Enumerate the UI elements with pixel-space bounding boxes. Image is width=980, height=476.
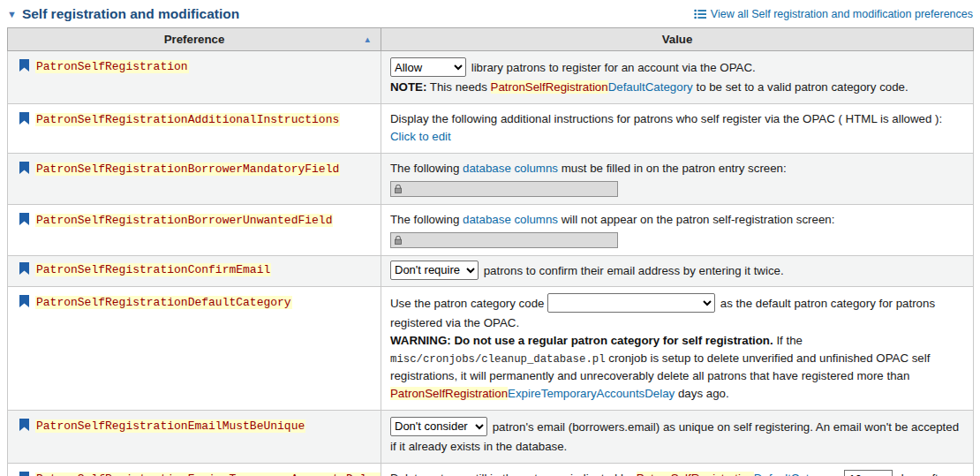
database-columns-link[interactable]: database columns bbox=[463, 213, 558, 226]
lock-icon bbox=[395, 185, 402, 193]
database-columns-link[interactable]: database columns bbox=[463, 162, 558, 175]
email-unique-select[interactable]: Don't consider bbox=[390, 417, 487, 436]
warning-label: WARNING: Do not use a regular patron cat… bbox=[390, 334, 773, 347]
expire-delay-pref-link[interactable]: PatronSelfRegistrationExpireTemporaryAcc… bbox=[390, 387, 675, 400]
row-additional-instructions: PatronSelfRegistrationAdditionalInstruct… bbox=[8, 103, 974, 153]
value-text: Delete patrons still in the category ind… bbox=[390, 472, 633, 476]
expire-delay-input[interactable] bbox=[844, 470, 893, 476]
row-expire-temporary-accounts-delay: PatronSelfRegistrationExpireTemporaryAcc… bbox=[8, 463, 974, 476]
preference-name: PatronSelfRegistrationAdditionalInstruct… bbox=[35, 113, 340, 126]
section-header: ▼ Self registration and modification Vie… bbox=[0, 0, 980, 27]
bookmark-icon[interactable] bbox=[19, 295, 29, 310]
preference-name: PatronSelfRegistrationBorrowerUnwantedFi… bbox=[35, 214, 333, 227]
confirm-email-select[interactable]: Don't require bbox=[390, 261, 479, 280]
bookmark-icon[interactable] bbox=[19, 419, 29, 434]
default-category-select[interactable] bbox=[547, 293, 715, 313]
bookmark-icon[interactable] bbox=[19, 472, 29, 476]
click-to-edit-link[interactable]: Click to edit bbox=[390, 130, 451, 143]
lock-icon bbox=[395, 236, 402, 245]
list-icon bbox=[694, 9, 706, 19]
preference-name: PatronSelfRegistrationBorrowerMandatoryF… bbox=[35, 162, 340, 176]
preference-name: PatronSelfRegistrationExpireTemporaryAcc… bbox=[35, 472, 381, 476]
bookmark-icon[interactable] bbox=[19, 162, 29, 177]
preference-column-header[interactable]: Preference ▲ bbox=[8, 28, 381, 51]
view-all-label: View all Self registration and modificat… bbox=[711, 8, 973, 20]
note-label: NOTE: bbox=[390, 80, 426, 94]
preference-header-label: Preference bbox=[164, 33, 225, 46]
value-text: Use the patron category code bbox=[390, 296, 544, 309]
value-text-tail: will not appear on the patron self-regis… bbox=[562, 213, 835, 226]
default-category-pref-link[interactable]: PatronSelfRegistrationDefaultCategory bbox=[491, 80, 693, 94]
bookmark-icon[interactable] bbox=[19, 59, 29, 74]
value-text-tail: must be filled in on the patron entry sc… bbox=[562, 162, 787, 175]
bookmark-icon[interactable] bbox=[19, 262, 29, 277]
note-text: This needs bbox=[430, 80, 487, 94]
preferences-table: Preference ▲ Value PatronSelfRegistratio… bbox=[7, 27, 974, 476]
warning-text: If the bbox=[776, 334, 803, 347]
section-title[interactable]: ▼ Self registration and modification bbox=[7, 6, 239, 22]
value-text: library patrons to register for an accou… bbox=[471, 61, 756, 74]
unwanted-field-locked-input[interactable] bbox=[390, 232, 618, 248]
bookmark-icon[interactable] bbox=[19, 112, 29, 127]
default-category-pref-link[interactable]: PatronSelfRegistrationDefaultCategory bbox=[637, 472, 839, 476]
preference-name: PatronSelfRegistrationConfirmEmail bbox=[35, 263, 271, 276]
cronjob-path: misc/cronjobs/cleanup_database.pl bbox=[390, 353, 606, 366]
value-header-label: Value bbox=[662, 33, 693, 46]
row-confirm-email: PatronSelfRegistrationConfirmEmail Don't… bbox=[8, 255, 974, 286]
preference-name: PatronSelfRegistration bbox=[35, 60, 189, 73]
section-title-label: Self registration and modification bbox=[22, 6, 239, 22]
warning-text-tail: days ago. bbox=[678, 387, 729, 400]
view-all-link[interactable]: View all Self registration and modificat… bbox=[694, 8, 973, 20]
row-default-category: PatronSelfRegistrationDefaultCategory Us… bbox=[8, 286, 974, 410]
bookmark-icon[interactable] bbox=[19, 213, 29, 228]
row-borrower-mandatory-field: PatronSelfRegistrationBorrowerMandatoryF… bbox=[8, 153, 974, 204]
value-text: Display the following additional instruc… bbox=[390, 112, 942, 125]
row-email-must-be-unique: PatronSelfRegistrationEmailMustBeUnique … bbox=[8, 410, 974, 463]
note-text-tail: to be set to a valid patron category cod… bbox=[696, 80, 908, 94]
mandatory-field-locked-input[interactable] bbox=[390, 181, 618, 197]
value-text: patrons to confirm their email address b… bbox=[484, 263, 784, 276]
preference-name: PatronSelfRegistrationEmailMustBeUnique bbox=[35, 419, 305, 433]
collapse-arrow-icon[interactable]: ▼ bbox=[7, 10, 17, 19]
row-patron-self-registration: PatronSelfRegistration Allow library pat… bbox=[8, 51, 974, 104]
sort-ascending-icon: ▲ bbox=[364, 35, 372, 44]
value-column-header[interactable]: Value bbox=[381, 28, 974, 51]
value-text: The following bbox=[390, 213, 459, 226]
value-text: The following bbox=[390, 162, 459, 175]
preference-name: PatronSelfRegistrationDefaultCategory bbox=[35, 296, 292, 309]
patron-self-registration-select[interactable]: Allow bbox=[390, 57, 466, 77]
row-borrower-unwanted-field: PatronSelfRegistrationBorrowerUnwantedFi… bbox=[8, 204, 974, 255]
